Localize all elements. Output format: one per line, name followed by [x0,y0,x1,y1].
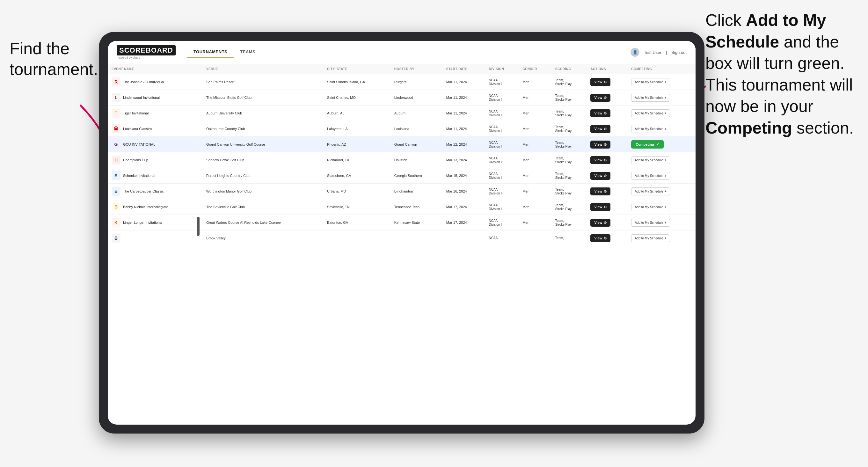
division-cell-9: NCAADivision I [485,215,519,230]
start-date-cell-0: Mar 11, 2024 [442,74,485,90]
competing-cell-4: Competing ✓ [627,137,695,152]
sign-out-link[interactable]: Sign out [671,50,687,55]
team-logo-8: B [112,203,121,211]
gender-cell-4: Men [519,137,552,152]
team-logo-3: 🏛 [112,124,121,133]
city-state-cell-7: Urbana, MD [323,184,391,199]
gender-cell-9: Men [519,215,552,230]
view-button-1[interactable]: View ⊙ [590,94,611,102]
city-state-cell-3: Lafayette, LA [323,121,391,137]
actions-cell-1: View ⊙ [587,90,627,105]
start-date-cell-5: Mar 13, 2024 [442,152,485,168]
competing-button-4[interactable]: Competing ✓ [631,140,663,149]
competing-cell-8: Add to My Schedule + [627,199,695,215]
view-button-9[interactable]: View ⊙ [590,219,611,227]
scoring-cell-9: Team,Stroke Play [552,215,587,230]
team-logo-0: R [112,77,121,86]
event-name-cell-3: 🏛 Louisiana Classics [108,121,203,137]
logo-area: SCOREBOARD Powered by clippd [117,45,176,59]
tab-teams[interactable]: TEAMS [234,47,262,58]
event-name-text-3: Louisiana Classics [123,127,152,131]
city-state-cell-2: Auburn, AL [323,105,391,121]
team-logo-7: B [112,187,121,196]
hosted-by-cell-1: Lindenwood [391,90,442,105]
city-state-cell-0: Saint Simons Island, GA [323,74,391,90]
competing-cell-7: Add to My Schedule + [627,184,695,199]
hosted-by-cell-8: Tennessee Tech [391,199,442,215]
add-schedule-button-5[interactable]: Add to My Schedule + [631,156,670,164]
view-button-0[interactable]: View ⊙ [590,78,611,86]
actions-cell-7: View ⊙ [587,184,627,199]
plus-icon-0: + [664,80,666,84]
division-cell-7: NCAADivision I [485,184,519,199]
scoring-cell-3: Team,Stroke Play [552,121,587,137]
add-schedule-button-2[interactable]: Add to My Schedule + [631,110,670,117]
competing-cell-2: Add to My Schedule + [627,105,695,121]
col-actions: ACTIONS [587,64,627,74]
plus-icon-9: + [664,221,666,224]
event-name-cell-1: L Lindenwood Invitational [108,90,203,105]
view-button-3[interactable]: View ⊙ [590,125,611,133]
plus-icon-10: + [664,237,666,240]
event-name-cell-5: H Champions Cup [108,152,203,168]
view-button-4[interactable]: View ⊙ [590,141,611,149]
add-schedule-button-8[interactable]: Add to My Schedule + [631,203,670,211]
add-schedule-button-10[interactable]: Add to My Schedule + [631,234,670,242]
col-venue: VENUE [203,64,323,74]
scoring-cell-4: Team,Stroke Play [552,137,587,152]
gender-cell-2: Men [519,105,552,121]
view-button-2[interactable]: View ⊙ [590,110,611,117]
division-cell-2: NCAADivision I [485,105,519,121]
view-button-6[interactable]: View ⊙ [590,172,611,180]
add-schedule-button-3[interactable]: Add to My Schedule + [631,125,670,133]
col-event-name: EVENT NAME [108,64,203,74]
event-name-cell-10: B [108,230,203,246]
competing-cell-6: Add to My Schedule + [627,168,695,184]
scoring-cell-5: Team,Stroke Play [552,152,587,168]
nav-tabs: TOURNAMENTS TEAMS [187,47,262,58]
event-name-text-9: Linger Longer Invitational [123,221,162,224]
actions-cell-2: View ⊙ [587,105,627,121]
city-state-cell-5: Richmond, TX [323,152,391,168]
gender-cell-0: Men [519,74,552,90]
event-name-text-1: Lindenwood Invitational [123,96,160,99]
app-logo: SCOREBOARD [117,45,176,56]
gender-cell-5: Men [519,152,552,168]
division-cell-5: NCAADivision I [485,152,519,168]
venue-cell-5: Shadow Hawk Golf Club [203,152,323,168]
scoring-cell-0: Team,Stroke Play [552,74,587,90]
city-state-cell-4: Phoenix, AZ [323,137,391,152]
division-cell-0: NCAADivision I [485,74,519,90]
event-name-text-8: Bobby Nichols Intercollegiate [123,205,168,209]
scoring-cell-8: Team,Stroke Play [552,199,587,215]
division-cell-8: NCAADivision I [485,199,519,215]
view-button-5[interactable]: View ⊙ [590,156,611,164]
city-state-cell-1: Saint Charles, MO [323,90,391,105]
team-logo-2: T [112,109,121,118]
tab-tournaments[interactable]: TOURNAMENTS [187,47,234,58]
add-schedule-button-6[interactable]: Add to My Schedule + [631,172,670,180]
view-button-8[interactable]: View ⊙ [590,203,611,211]
actions-cell-6: View ⊙ [587,168,627,184]
add-schedule-button-0[interactable]: Add to My Schedule + [631,78,670,86]
plus-icon-5: + [664,158,666,162]
add-schedule-button-1[interactable]: Add to My Schedule + [631,94,670,102]
hosted-by-cell-3: Louisiana [391,121,442,137]
eye-icon-7: ⊙ [604,189,607,193]
plus-icon-3: + [664,127,666,131]
city-state-cell-9: Eatonton, GA [323,215,391,230]
add-schedule-button-7[interactable]: Add to My Schedule + [631,187,670,195]
col-start-date: START DATE [442,64,485,74]
add-schedule-button-9[interactable]: Add to My Schedule + [631,219,670,227]
user-name: Test User [644,50,661,55]
division-cell-1: NCAADivision I [485,90,519,105]
start-date-cell-10 [442,230,485,246]
view-button-10[interactable]: View ⊙ [590,234,611,242]
venue-cell-7: Worthington Manor Golf Club [203,184,323,199]
view-button-7[interactable]: View ⊙ [590,187,611,195]
team-logo-4: G [112,140,121,149]
plus-icon-1: + [664,96,666,99]
hosted-by-cell-10 [391,230,442,246]
venue-cell-6: Forest Heights Country Club [203,168,323,184]
division-cell-3: NCAADivision I [485,121,519,137]
